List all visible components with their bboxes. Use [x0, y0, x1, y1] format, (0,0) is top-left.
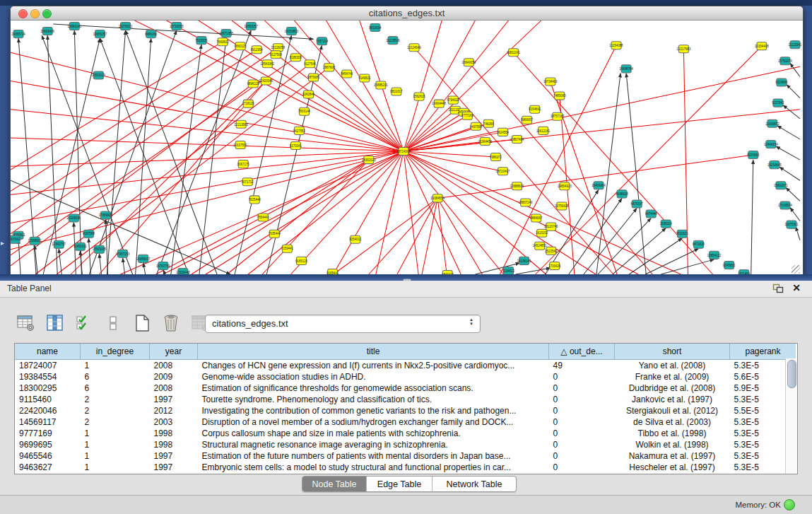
graph-node[interactable]: 16649059 [462, 59, 476, 66]
graph-node[interactable]: 19904448 [432, 100, 446, 107]
graph-node[interactable]: 8466160 [145, 30, 158, 38]
table-cell[interactable]: Embryonic stem cells: a model to study s… [198, 462, 549, 473]
graph-node[interactable]: 8471626 [693, 240, 705, 248]
graph-node[interactable]: 15276021 [119, 23, 133, 30]
table-cell[interactable]: 0 [549, 462, 615, 473]
table-cell[interactable]: Tourette syndrome. Phenomenology and cla… [198, 394, 549, 405]
graph-edge[interactable] [404, 21, 442, 151]
graph-node[interactable]: 9165123 [295, 257, 308, 264]
graph-node[interactable]: 746266 [483, 119, 494, 127]
graph-edge[interactable] [437, 155, 753, 198]
graph-node[interactable]: 9146821 [358, 74, 371, 82]
graph-edge[interactable] [777, 126, 800, 139]
table-selector-dropdown[interactable]: citations_edges.txt ▲▼ [205, 315, 481, 333]
graph-edge[interactable] [404, 151, 638, 274]
table-row[interactable]: 911546021997Tourette syndrome. Phenomeno… [15, 394, 796, 405]
graph-node[interactable]: 17016504 [778, 201, 792, 209]
column-header-year[interactable]: year [150, 344, 198, 360]
table-cell[interactable]: 22420046 [15, 405, 81, 416]
graph-node[interactable]: 16671355 [219, 30, 233, 37]
graph-edge[interactable] [11, 46, 240, 191]
graph-node[interactable]: 6497568 [470, 122, 483, 130]
graph-edge[interactable] [11, 151, 404, 223]
graph-node[interactable]: 19218506 [386, 37, 400, 45]
table-cell[interactable]: 14569117 [15, 416, 81, 428]
window-titlebar[interactable]: citations_edges.txt [11, 6, 803, 21]
graph-node[interactable]: 16053803 [285, 28, 299, 35]
graph-node[interactable]: 16782759 [156, 262, 170, 269]
tab-edge-table[interactable]: Edge Table [366, 477, 432, 491]
graph-node[interactable]: 12444154 [764, 140, 778, 148]
table-cell[interactable]: 2008 [150, 360, 198, 372]
graph-node[interactable]: 16409954 [592, 182, 606, 189]
graph-node[interactable]: 17359928 [99, 211, 113, 219]
graph-node[interactable]: 9097588 [83, 230, 95, 238]
graph-node[interactable]: 1562615 [413, 93, 425, 100]
graph-node[interactable]: 10756928 [555, 202, 569, 210]
table-cell[interactable]: 1 [81, 462, 150, 473]
graph-node[interactable]: 18724007 [396, 147, 411, 155]
network-canvas[interactable]: 2405572420691406130691411065525715276021… [11, 21, 801, 275]
graph-node[interactable]: 2867608 [323, 64, 336, 71]
graph-edge[interactable] [89, 30, 176, 274]
panel-splitter[interactable] [0, 274, 812, 281]
graph-edge[interactable] [262, 160, 369, 274]
graph-node[interactable]: 2718126 [242, 100, 255, 107]
graph-edge[interactable] [683, 49, 688, 274]
graph-node[interactable]: 15692971 [774, 182, 788, 189]
graph-edge[interactable] [74, 30, 81, 274]
graph-node[interactable]: 8813054 [369, 24, 382, 32]
table-cell[interactable]: 1 [81, 450, 150, 462]
graph-edge[interactable] [11, 81, 404, 151]
table-cell[interactable]: 0 [549, 371, 615, 382]
graph-node[interactable]: 13069141 [68, 23, 82, 30]
graph-node[interactable]: 11612161 [536, 127, 551, 134]
graph-edge[interactable] [100, 38, 188, 274]
graph-node[interactable]: 7654441 [257, 214, 270, 221]
graph-edge[interactable] [404, 151, 418, 274]
close-panel-icon[interactable]: ✕ [792, 282, 801, 293]
graph-node[interactable]: 3915911 [11, 235, 21, 243]
panel-collapse-arrow-icon[interactable]: ▸ [1, 239, 4, 247]
graph-edge[interactable] [404, 110, 455, 151]
graph-node[interactable]: 7803144 [298, 107, 311, 115]
table-cell[interactable]: Estimation of significance thresholds fo… [198, 382, 549, 394]
table-cell[interactable]: 19384554 [15, 371, 81, 382]
graph-node[interactable]: 18757165 [551, 112, 565, 120]
table-row[interactable]: 1830029562008Estimation of significance … [15, 382, 796, 394]
graph-node[interactable]: 6822017 [390, 88, 403, 95]
table-cell[interactable]: Tibbo et al. (1998) [615, 428, 730, 439]
graph-node[interactable]: 19734493 [543, 78, 558, 86]
graph-node[interactable]: 9227342 [772, 99, 784, 107]
graph-node[interactable]: 8170041 [290, 141, 302, 149]
column-header-title[interactable]: title [198, 344, 549, 360]
graph-node[interactable]: 9242844 [302, 90, 315, 98]
table-cell[interactable]: 2 [81, 405, 150, 416]
graph-node[interactable]: 8186328 [290, 54, 302, 62]
graph-edge[interactable] [143, 263, 146, 274]
graph-node[interactable]: 7663822 [217, 38, 230, 46]
table-cell[interactable]: 9465546 [15, 450, 81, 462]
table-cell[interactable]: Yano et al. (2008) [615, 360, 730, 372]
graph-node[interactable]: 14136141 [517, 257, 531, 264]
graph-edge[interactable] [404, 151, 546, 274]
graph-edge[interactable] [796, 227, 800, 240]
table-cell[interactable]: 9463627 [15, 462, 81, 473]
graph-node[interactable]: 15751074 [778, 57, 792, 65]
graph-edge[interactable] [500, 45, 616, 274]
graph-node[interactable]: 5875685 [307, 74, 320, 81]
graph-node[interactable]: 20691406 [40, 28, 54, 35]
graph-edge[interactable] [11, 180, 230, 274]
table-cell[interactable]: 0 [549, 394, 615, 405]
graph-edge[interactable] [404, 151, 504, 274]
table-cell[interactable]: Investigating the contribution of common… [198, 405, 549, 416]
table-settings-icon[interactable] [16, 313, 37, 334]
graph-node[interactable]: 7485083 [553, 92, 566, 100]
table-cell[interactable]: 9699695 [15, 439, 81, 450]
table-cell[interactable]: 1997 [150, 450, 198, 462]
graph-edge[interactable] [536, 46, 762, 274]
table-cell[interactable]: Nakamura et al. (1997) [615, 450, 730, 462]
graph-node[interactable]: 2522541 [545, 247, 558, 255]
table-cell[interactable]: 49 [549, 360, 615, 372]
graph-node[interactable]: 12342757 [52, 240, 66, 248]
